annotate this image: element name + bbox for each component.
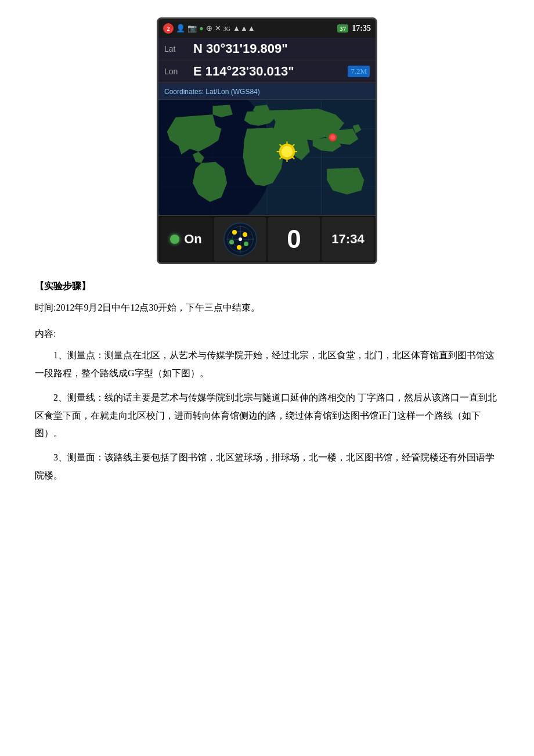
svg-point-25 [232,230,237,235]
article-content: 【实验步骤】 时间:2012年9月2日中午12点30开始，下午三点中结束。 内容… [35,278,499,484]
on-label: On [184,232,202,247]
time-line: 时间:2012年9月2日中午12点30开始，下午三点中结束。 [35,300,499,316]
paragraph-2: 2、测量线：线的话主要是艺术与传媒学院到北宗与隧道口延伸的路相交的 丁字路口，然… [35,389,499,442]
lon-label: Lon [164,67,193,76]
bottom-toolbar: On [158,216,376,262]
lat-row: Lat N 30°31'19.809" [158,38,376,60]
zero-display: 0 [268,217,320,261]
zero-value: 0 [287,225,301,254]
network-3g-icon: 3G [223,26,230,32]
section-header: 【实验步骤】 [35,278,499,295]
battery-badge: 37 [337,24,348,33]
status-bar-right: 37 17:35 [337,24,371,33]
gps-icon: ⊕ [206,24,212,33]
green-dot-icon [170,235,179,244]
content-label: 内容: [35,326,499,343]
x-icon: ✕ [215,24,221,33]
lat-value: N 30°31'19.809" [193,41,370,56]
lon-row: Lon E 114°23'30.013" 7.2M [158,60,376,83]
toolbar-time: 17:34 [331,232,364,247]
phone-screenshot: 2 👤 📷 ● ⊕ ✕ 3G ▲▲▲ 37 17:35 Lat N 30°31'… [157,17,377,264]
svg-point-29 [237,245,241,250]
paragraph-3: 3、测量面：该路线主要包括了图书馆，北区篮球场，排球场，北一楼，北区图书馆，经管… [35,449,499,484]
circle-green-icon: ● [199,24,204,33]
on-indicator: On [170,232,202,247]
on-button[interactable]: On [160,217,212,261]
world-map-svg [158,100,376,215]
status-bar-left: 2 👤 📷 ● ⊕ ✕ 3G ▲▲▲ [163,23,255,34]
status-bar: 2 👤 📷 ● ⊕ ✕ 3G ▲▲▲ 37 17:35 [158,19,376,38]
page-content: 2 👤 📷 ● ⊕ ✕ 3G ▲▲▲ 37 17:35 Lat N 30°31'… [35,17,499,484]
signal-bars-icon: ▲▲▲ [233,24,255,33]
svg-point-27 [229,240,234,244]
satellite-compass-svg [223,222,258,257]
lon-value: E 114°23'30.013" [193,64,348,79]
person-icon: 👤 [176,24,185,33]
screenshot-icon: 📷 [187,24,197,33]
toolbar-time-button: 17:34 [322,217,374,261]
svg-point-30 [239,237,242,241]
svg-point-28 [244,242,248,246]
svg-point-26 [243,232,247,237]
satellite-compass-button[interactable] [214,217,266,261]
lat-label: Lat [164,44,193,53]
coords-label-text: Coordinates: Lat/Lon (WGS84) [164,88,260,96]
svg-point-19 [330,135,335,140]
svg-point-9 [282,146,293,157]
gps-info: Lat N 30°31'19.809" Lon E 114°23'30.013"… [158,38,376,83]
coords-label-bar: Coordinates: Lat/Lon (WGS84) [158,83,376,100]
world-map [158,100,376,216]
accuracy-badge: 7.2M [348,66,370,77]
notification-badge: 2 [163,23,174,34]
paragraph-1: 1、测量点：测量点在北区，从艺术与传媒学院开始，经过北宗，北区食堂，北门，北区体… [35,347,499,382]
status-time: 17:35 [352,24,371,33]
